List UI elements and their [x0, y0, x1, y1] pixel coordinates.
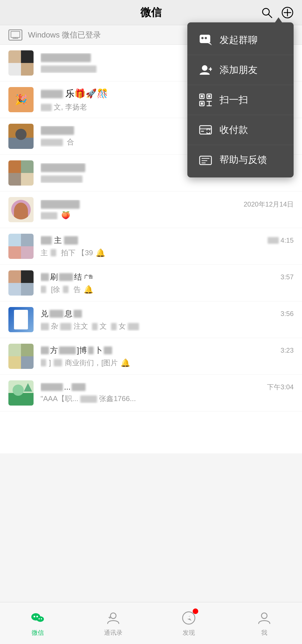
svg-rect-5 [200, 35, 210, 43]
svg-point-32 [34, 616, 35, 617]
avatar [8, 50, 34, 76]
avatar [8, 270, 34, 296]
help-icon [199, 153, 213, 167]
avatar [8, 380, 34, 406]
dropdown-item-payment[interactable]: 收付款 [187, 115, 294, 145]
scan-icon [199, 93, 213, 107]
chat-preview: 主 拍下 【39 🔔 [41, 248, 208, 258]
weixin-icon-wrap [29, 610, 46, 626]
tab-item-contacts[interactable]: 通讯录 [76, 610, 151, 637]
windows-notice-text: Windows 微信已登录 [28, 30, 101, 40]
svg-point-35 [39, 618, 40, 619]
dropdown-item-group-chat[interactable]: 发起群聊 [187, 25, 294, 55]
svg-rect-16 [201, 102, 203, 105]
chat-item[interactable]: 兑 息 3:56 杂 注文 文 女 [0, 301, 302, 338]
chat-content: 方 ]博 卜 3:23 ] 商业街们，[图片 🔔 [41, 345, 294, 368]
mute-icon: 🔔 [121, 358, 130, 367]
svg-rect-28 [11, 31, 20, 38]
svg-rect-7 [205, 37, 207, 39]
tab-item-me[interactable]: 我 [226, 610, 302, 637]
svg-rect-14 [201, 95, 203, 97]
chat-preview: "AAA【职... 张鑫1766... [41, 394, 208, 404]
chat-preview: 杂 注文 文 女 [41, 321, 208, 331]
svg-point-8 [202, 65, 207, 71]
chat-name: 乐🎁🚀🎊 [41, 88, 108, 100]
add-button[interactable] [281, 6, 294, 19]
me-icon-wrap [256, 610, 273, 626]
avatar [8, 160, 34, 186]
chat-preview: 文, 李扬老 [41, 102, 208, 112]
chat-item[interactable]: 刷 结 广告 3:57 [徐 告 🔔 [0, 265, 302, 301]
mute-icon: 🔔 [96, 248, 105, 257]
chat-time: 2020年12月14日 [244, 200, 294, 209]
chat-content: 刷 结 广告 3:57 [徐 告 🔔 [41, 272, 294, 294]
svg-rect-6 [201, 37, 204, 39]
header: 微信 [0, 0, 302, 25]
avatar [8, 197, 34, 222]
svg-point-34 [37, 616, 44, 622]
tab-item-weixin[interactable]: 微信 [0, 610, 76, 637]
group-chat-label: 发起群聊 [220, 34, 258, 46]
svg-point-37 [110, 613, 116, 619]
computer-icon [8, 29, 22, 41]
svg-point-36 [41, 618, 42, 619]
chat-preview: 🍑 [41, 211, 208, 220]
add-friend-label: 添加朋友 [220, 64, 258, 76]
tab-label-weixin: 微信 [32, 629, 44, 637]
svg-rect-15 [208, 95, 210, 97]
chat-preview: 合 [41, 137, 208, 147]
chat-preview [41, 64, 208, 73]
avatar: 🎉 [8, 87, 34, 112]
tab-label-discover: 发现 [183, 629, 195, 637]
group-chat-icon [199, 33, 213, 47]
avatar [8, 234, 34, 259]
header-title: 微信 [140, 5, 162, 20]
scan-label: 扫一扫 [220, 93, 248, 106]
chat-preview: [徐 告 🔔 [41, 285, 208, 294]
dropdown-item-help[interactable]: 帮助与反馈 [187, 145, 294, 175]
chat-time: 4:15 [280, 236, 294, 244]
chat-item[interactable]: 主 4:15 主 拍下 【39 🔔 [0, 228, 302, 265]
header-actions [261, 6, 294, 19]
payment-label: 收付款 [220, 123, 248, 136]
svg-line-1 [268, 14, 272, 18]
chat-name [41, 200, 80, 209]
tab-label-me: 我 [261, 629, 267, 637]
help-label: 帮助与反馈 [220, 153, 267, 166]
add-friend-icon [199, 63, 213, 77]
dropdown-item-scan[interactable]: 扫一扫 [187, 85, 294, 115]
chat-content: 主 4:15 主 拍下 【39 🔔 [41, 235, 294, 258]
dropdown-item-add-friend[interactable]: 添加朋友 [187, 55, 294, 85]
chat-item[interactable]: 方 ]博 卜 3:23 ] 商业街们，[图片 🔔 [0, 338, 302, 375]
chat-content: ... 下午3:04 "AAA【职... 张鑫1766... [41, 383, 294, 404]
chat-name [41, 126, 74, 135]
contacts-icon-wrap [105, 610, 122, 626]
payment-icon [199, 123, 213, 137]
mute-icon: 🔔 [84, 285, 93, 294]
chat-name [41, 163, 85, 172]
chat-item[interactable]: 2020年12月14日 🍑 [0, 191, 302, 228]
chat-time: 3:23 [280, 346, 294, 354]
avatar [8, 307, 34, 332]
avatar [8, 124, 34, 149]
chat-content: 兑 息 3:56 杂 注文 文 女 [41, 308, 294, 331]
dropdown-menu: 发起群聊 添加朋友 [187, 22, 294, 177]
svg-point-42 [261, 613, 267, 619]
chat-preview: ] 商业街们，[图片 🔔 [41, 358, 208, 368]
chat-time: 3:57 [280, 273, 294, 281]
discover-badge [193, 608, 198, 614]
chat-time: 3:56 [280, 310, 294, 318]
tab-item-discover[interactable]: 发现 [151, 610, 226, 637]
search-button[interactable] [261, 6, 273, 19]
discover-icon-wrap [180, 610, 197, 626]
avatar [8, 344, 34, 369]
chat-name [41, 53, 91, 62]
chat-item[interactable]: ... 下午3:04 "AAA【职... 张鑫1766... [0, 375, 302, 411]
chat-preview [41, 174, 208, 183]
chat-content: 2020年12月14日 🍑 [41, 200, 294, 220]
tab-bar: 微信 通讯录 发现 [0, 602, 302, 644]
chat-time: 下午3:04 [267, 383, 294, 392]
tab-label-contacts: 通讯录 [104, 629, 122, 637]
svg-point-41 [188, 617, 190, 619]
